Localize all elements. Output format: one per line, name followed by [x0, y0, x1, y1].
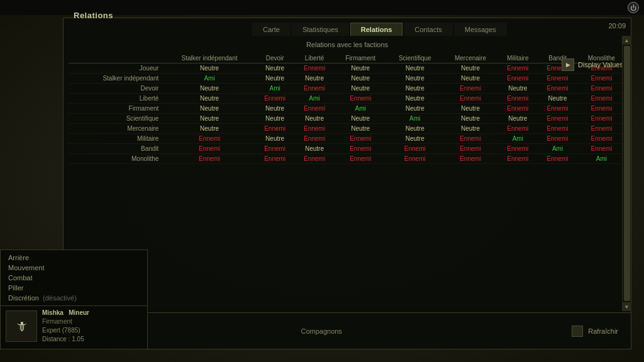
cell: Ennemi — [295, 154, 335, 164]
companion-faction: Firmament — [42, 317, 89, 326]
companion-avatar: 🗡 — [6, 310, 37, 342]
scrollbar: ▲ ▼ — [622, 36, 631, 311]
col-devoir: Devoir — [255, 53, 295, 63]
scroll-up[interactable]: ▲ — [623, 36, 631, 45]
row-label: Mercenaire — [69, 124, 164, 134]
companion-card: 🗡 Mishka Mineur Firmament Expert (7885) … — [1, 305, 147, 346]
cell: Ennemi — [255, 154, 295, 164]
cell: Ennemi — [295, 104, 335, 114]
cell: Ami — [497, 134, 538, 144]
row-label: Liberté — [69, 94, 164, 104]
cell: Ami — [334, 104, 387, 114]
table-row: MercenaireNeutreEnnemiEnnemiNeutreNeutre… — [69, 124, 626, 134]
col-militaire: Militaire — [497, 53, 538, 63]
cell: Ennemi — [538, 104, 577, 114]
cell: Ennemi — [295, 124, 335, 134]
cell: Ami — [538, 144, 577, 154]
cell: Ennemi — [387, 144, 443, 154]
cell: Ennemi — [443, 134, 497, 144]
cell: Neutre — [497, 114, 538, 124]
menu-item-discretion[interactable]: Discrétion (désactivé) — [1, 293, 147, 303]
menu-item-arriere[interactable]: Arrière — [1, 253, 147, 263]
col-scientifique: Scientifique — [387, 53, 443, 63]
tab-contacts[interactable]: Contacts — [404, 23, 452, 36]
cell: Neutre — [334, 74, 387, 84]
menu-item-combat[interactable]: Combat — [1, 273, 147, 283]
cell: Ennemi — [255, 144, 295, 154]
cell: Neutre — [387, 74, 443, 84]
cell: Ennemi — [577, 74, 626, 84]
power-button[interactable]: ⏻ — [628, 2, 639, 13]
cell: Neutre — [443, 74, 497, 84]
cell: Neutre — [387, 124, 443, 134]
cell: Neutre — [334, 63, 387, 74]
scroll-down[interactable]: ▼ — [623, 302, 631, 311]
cell: Ami — [164, 74, 255, 84]
cell: Ennemi — [497, 144, 538, 154]
cell: Ennemi — [577, 94, 626, 104]
cell: Neutre — [255, 104, 295, 114]
cell: Neutre — [255, 114, 295, 124]
cell: Neutre — [497, 84, 538, 94]
table-row: MonolitheEnnemiEnnemiEnnemiEnnemiEnnemiE… — [69, 154, 626, 164]
bottom-panel: Compagnons Rafraîchir — [64, 312, 631, 349]
relations-table: Stalker indépendant Devoir Liberté Firma… — [69, 53, 626, 164]
cell: Ennemi — [334, 134, 387, 144]
cell: Ennemi — [538, 114, 577, 124]
cell: Ami — [577, 154, 626, 164]
row-label: Monolithe — [69, 154, 164, 164]
scroll-thumb[interactable] — [624, 46, 630, 301]
refresh-button[interactable]: Rafraîchir — [588, 327, 618, 335]
cell: Ennemi — [334, 94, 387, 104]
cell: Neutre — [334, 124, 387, 134]
companion-rank: Expert (7885) — [42, 326, 89, 335]
cell: Ennemi — [538, 124, 577, 134]
cell: Neutre — [295, 144, 335, 154]
cell: Ennemi — [577, 144, 626, 154]
cell: Neutre — [443, 114, 497, 124]
cell: Ennemi — [538, 84, 577, 94]
cell: Ennemi — [334, 144, 387, 154]
tab-messages[interactable]: Messages — [454, 23, 507, 36]
cell: Neutre — [164, 84, 255, 94]
cell: Neutre — [334, 114, 387, 124]
col-liberte: Liberté — [295, 53, 335, 63]
cell: Ennemi — [577, 124, 626, 134]
cell: Ennemi — [164, 154, 255, 164]
row-label: Militaire — [69, 134, 164, 144]
cell: Ennemi — [538, 154, 577, 164]
cell: Neutre — [538, 94, 577, 104]
cell: Ennemi — [164, 144, 255, 154]
cell: Ennemi — [538, 134, 577, 144]
menu-item-piller[interactable]: Piller — [1, 283, 147, 293]
cell: Ennemi — [443, 154, 497, 164]
row-label: Joueur — [69, 63, 164, 74]
col-stalker: Stalker indépendant — [164, 53, 255, 63]
cell: Ennemi — [295, 63, 335, 74]
cell: Neutre — [334, 84, 387, 94]
tab-statistiques[interactable]: Statistiques — [292, 23, 349, 36]
companion-panel: Arrière Mouvement Combat Piller Discréti… — [0, 250, 148, 349]
display-values-label: Display Values — [578, 61, 623, 69]
cell: Ennemi — [164, 134, 255, 144]
cell: Neutre — [164, 63, 255, 74]
tab-carte[interactable]: Carte — [252, 23, 291, 36]
cell: Neutre — [255, 74, 295, 84]
table-row: BanditEnnemiEnnemiNeutreEnnemiEnnemiEnne… — [69, 144, 626, 154]
cell: Ennemi — [334, 154, 387, 164]
cell: Ami — [295, 94, 335, 104]
companion-distance: Distance : 1.05 — [42, 335, 89, 344]
cell: Ennemi — [443, 94, 497, 104]
content-area: Relations avec les factions ▶ Display Va… — [64, 36, 631, 311]
cell: Ennemi — [577, 104, 626, 114]
row-label: Firmament — [69, 104, 164, 114]
col-mercenaire: Mercenaire — [443, 53, 497, 63]
tab-relations[interactable]: Relations — [350, 23, 403, 36]
menu-item-mouvement[interactable]: Mouvement — [1, 263, 147, 273]
panel-title: Relations — [74, 11, 113, 20]
play-button[interactable]: ▶ — [562, 58, 574, 71]
table-header-empty — [69, 53, 164, 63]
row-label: Devoir — [69, 84, 164, 94]
cell: Ennemi — [387, 154, 443, 164]
table-row: JoueurNeutreNeutreEnnemiNeutreNeutreNeut… — [69, 63, 626, 74]
